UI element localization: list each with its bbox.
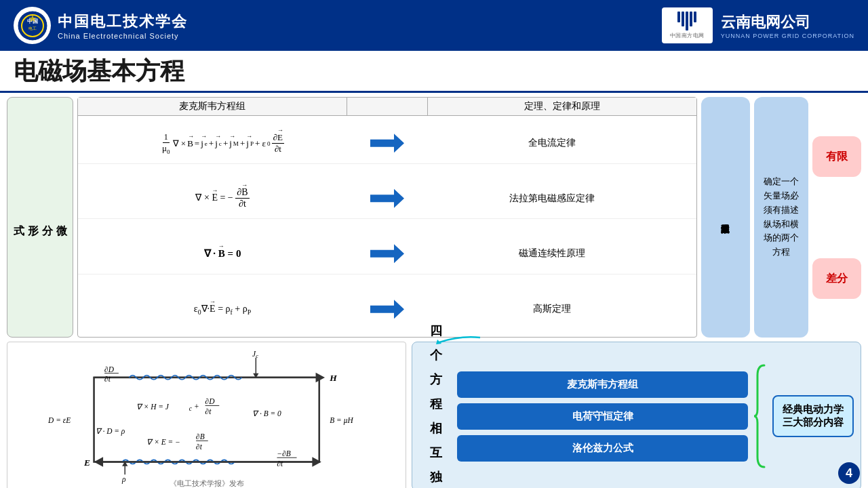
eq-row-2: ∇ × E→ = − ∂B→ ∂t 法拉第电磁感应定律 xyxy=(78,178,696,219)
yunnan-bar5 xyxy=(694,12,696,22)
page-number: 4 xyxy=(838,462,860,484)
svg-text:∂D: ∂D xyxy=(205,397,216,405)
eq-header: 麦克斯韦方程组 定理、定律和原理 xyxy=(78,98,696,116)
diagram-svg: D = εE ∂D ∂t H Jc xyxy=(7,342,406,488)
yunnan-bar2 xyxy=(682,12,684,26)
ces-en-name: China Electrotechnical Society xyxy=(58,32,188,40)
right-box-chafen: 差分 xyxy=(812,258,861,299)
eq3-arrow xyxy=(367,244,408,263)
bottom-right: 四 个 方 程 相 互 独 立 麦克斯韦方程组 电荷守恒定律 洛伦兹力公式 xyxy=(412,342,861,488)
page-title: 电磁场基本方程 xyxy=(14,57,184,85)
svg-text:∇ × E = −: ∇ × E = − xyxy=(146,438,180,446)
right-box-1: 直观的描述了最基本物理量关系 xyxy=(701,97,750,338)
svg-text:c: c xyxy=(189,405,193,412)
svg-text:E: E xyxy=(83,458,90,468)
arrow-right-icon xyxy=(370,134,404,152)
eq4-name: 高斯定理 xyxy=(408,300,696,318)
eq1-name: 全电流定律 xyxy=(408,134,696,152)
header: 中国 电工 中国电工技术学会 China Electrotechnical So… xyxy=(0,0,868,51)
yunnan-en: YUNNAN POWER GRID CORPORATION xyxy=(721,33,854,39)
top-area: 微分形式 麦克斯韦方程组 定理、定律和原理 1μ0 ∇ × B→ = j→ xyxy=(7,97,861,338)
ces-cn-name: 中国电工技术学会 xyxy=(58,12,188,32)
svg-text:D = εE: D = εE xyxy=(47,416,71,424)
eq1-formula: 1μ0 ∇ × B→ = j→e + j→c + j→M + j→P + ε0 … xyxy=(78,129,367,158)
yunnan-name: 云南电网公司 xyxy=(721,12,810,33)
three-equations: 麦克斯韦方程组 电荷守恒定律 洛伦兹力公式 xyxy=(457,371,748,462)
header-left: 中国 电工 中国电工技术学会 China Electrotechnical So… xyxy=(14,7,188,44)
svg-text:∂B: ∂B xyxy=(196,432,205,441)
weifenxingshi-label: 微分形式 xyxy=(7,97,73,338)
jingdian-text: 经典电动力学 三大部分内容 xyxy=(783,403,844,429)
sige-char-3: 方 xyxy=(430,367,442,392)
source-text: 《电工技术学报》发布 xyxy=(170,479,244,488)
sige-char-7: 独 xyxy=(430,465,442,488)
right-box-2: 确定一个矢量场必须有描述纵场和横场的两个方程 xyxy=(754,97,808,338)
svg-text:−∂B: −∂B xyxy=(277,449,290,458)
svg-text:+: + xyxy=(194,403,199,411)
eq1-arrow xyxy=(367,134,408,152)
svg-text:ρ: ρ xyxy=(121,475,126,484)
svg-text:∇ × H = J: ∇ × H = J xyxy=(136,403,170,411)
arrow-right-icon-2 xyxy=(370,189,404,208)
svg-text:Jc: Jc xyxy=(252,350,258,359)
svg-text:∂t: ∂t xyxy=(205,407,212,415)
lorentz-button: 洛伦兹力公式 xyxy=(457,435,748,462)
southern-grid-text: 中国南方电网 xyxy=(670,32,705,39)
eq-row-4: ε0∇·E→ = ρf + ρP 高斯定理 xyxy=(78,289,696,329)
col-theorems: 定理、定律和原理 xyxy=(428,98,696,115)
col-maxwell: 麦克斯韦方程组 xyxy=(78,98,347,115)
ces-name: 中国电工技术学会 China Electrotechnical Society xyxy=(58,12,188,40)
bottom-left-diagram: D = εE ∂D ∂t H Jc xyxy=(7,342,406,488)
arrow-right-icon-4 xyxy=(370,300,404,319)
eq4-formula: ε0∇·E→ = ρf + ρP xyxy=(78,300,367,319)
eq2-formula: ∇ × E→ = − ∂B→ ∂t xyxy=(78,184,367,212)
col-empty xyxy=(347,98,429,115)
eq2-arrow xyxy=(367,189,408,208)
right-boxes-3: 有限 差分 xyxy=(812,97,861,338)
sige-char-5: 相 xyxy=(430,416,442,441)
yunnan-bar4 xyxy=(690,12,692,26)
svg-text:∂t: ∂t xyxy=(277,460,283,468)
eq-row-1: 1μ0 ∇ × B→ = j→e + j→c + j→M + j→P + ε0 … xyxy=(78,123,696,164)
eq3-formula: ∇ · B→ = 0 xyxy=(78,245,367,262)
eq4-arrow xyxy=(367,300,408,319)
charge-conservation-button: 电荷守恒定律 xyxy=(457,403,748,430)
maxwell-eq-button: 麦克斯韦方程组 xyxy=(457,371,748,398)
bottom-area: D = εE ∂D ∂t H Jc xyxy=(7,342,861,488)
svg-text:∂t: ∂t xyxy=(196,443,203,451)
eq2-name: 法拉第电磁感应定律 xyxy=(408,190,696,207)
arrow-right-icon-3 xyxy=(370,244,404,263)
eq3-name: 磁通连续性原理 xyxy=(408,245,696,262)
eq-row-3: ∇ · B→ = 0 磁通连续性原理 xyxy=(78,234,696,274)
svg-text:H: H xyxy=(329,373,337,383)
right-box-youxian: 有限 xyxy=(812,136,861,177)
ces-logo: 中国 电工 xyxy=(14,7,51,44)
yunnan-logo: 中国南方电网 xyxy=(662,7,713,43)
eq-rows: 1μ0 ∇ × B→ = j→e + j→c + j→M + j→P + ε0 … xyxy=(78,116,696,337)
svg-text:∇ · B = 0: ∇ · B = 0 xyxy=(252,409,281,418)
svg-marker-8 xyxy=(316,373,325,383)
page-title-bar: 电磁场基本方程 xyxy=(0,51,868,93)
connector xyxy=(433,334,487,350)
svg-text:∂D: ∂D xyxy=(104,365,115,373)
right-boxes: 直观的描述了最基本物理量关系 xyxy=(701,97,750,338)
header-right: 中国南方电网 云南电网公司 YUNNAN POWER GRID CORPORAT… xyxy=(662,7,854,43)
svg-text:B = μH: B = μH xyxy=(330,416,353,425)
yunnan-icon xyxy=(677,12,696,30)
yunnan-bar1 xyxy=(677,12,680,22)
main-content: 微分形式 麦克斯韦方程组 定理、定律和原理 1μ0 ∇ × B→ = j→ xyxy=(0,93,868,488)
sige-char-4: 程 xyxy=(430,392,442,416)
right-boxes-2: 确定一个矢量场必须有描述纵场和横场的两个方程 xyxy=(754,97,808,338)
jingdian-box: 经典电动力学 三大部分内容 xyxy=(772,395,854,437)
svg-text:电工: 电工 xyxy=(28,26,37,30)
svg-text:∇ · D = ρ: ∇ · D = ρ xyxy=(96,427,125,436)
equations-table: 麦克斯韦方程组 定理、定律和原理 1μ0 ∇ × B→ = j→e + j→c xyxy=(77,97,697,338)
sige-char-6: 互 xyxy=(430,441,442,465)
brace xyxy=(752,362,768,470)
yunnan-bar3 xyxy=(686,12,688,30)
svg-text:∂t: ∂t xyxy=(104,375,111,383)
